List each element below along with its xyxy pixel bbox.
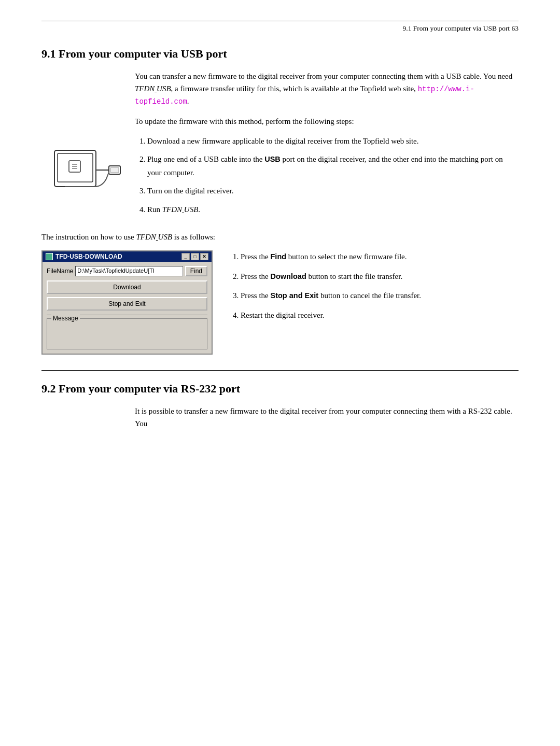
usb-illustration-col — [41, 135, 135, 207]
page-header: 9.1 From your computer via USB port 63 — [41, 21, 519, 33]
list-item: Press the Find button to select the new … — [241, 250, 519, 264]
list-item: Press the Download button to start the f… — [241, 270, 519, 284]
section-91-para2: To update the firmware with this method,… — [135, 115, 519, 128]
maximize-button[interactable]: □ — [191, 253, 199, 260]
stop-exit-button[interactable]: Stop and Exit — [47, 297, 207, 311]
titlebar-app-icon — [46, 253, 53, 260]
tfdn-dialog-window: TFD-USB-DOWNLOAD _ □ ✕ FileName D:\MyTas… — [41, 250, 213, 355]
section-divider — [41, 370, 519, 371]
dialog-ordered-list: Press the Find button to select the new … — [228, 250, 519, 322]
list-item: Restart the digital receiver. — [241, 309, 519, 322]
close-button[interactable]: ✕ — [200, 253, 208, 260]
tfdn-usb-ref: TFDN USB — [135, 85, 171, 93]
dialog-titlebar: TFD-USB-DOWNLOAD _ □ ✕ — [43, 251, 212, 262]
filename-row: FileName D:\MyTask\TopfieldUpdateU[TI Fi… — [47, 266, 207, 276]
dialog-title: TFD-USB-DOWNLOAD — [55, 253, 122, 260]
steps-1-4-list: Download a new firmware applicable to th… — [135, 135, 519, 222]
header-text: 9.1 From your computer via USB port 63 — [403, 24, 519, 32]
download-label: Download — [271, 272, 306, 280]
topfield-url[interactable]: http://www.i-topfield.com — [135, 85, 474, 106]
list-item: Turn on the digital receiver. — [147, 185, 519, 198]
download-button[interactable]: Download — [47, 280, 207, 294]
tfdn-usb-italic: TFDN USB — [136, 233, 172, 241]
filename-value: D:\MyTask\TopfieldUpdateU[TI — [77, 268, 155, 274]
titlebar-left: TFD-USB-DOWNLOAD — [46, 253, 122, 260]
para2-text: To update the firmware with this method,… — [135, 117, 354, 125]
dialog-body: FileName D:\MyTask\TopfieldUpdateU[TI Fi… — [43, 262, 212, 354]
dialog-section: TFD-USB-DOWNLOAD _ □ ✕ FileName D:\MyTas… — [41, 250, 519, 355]
stop-label: Stop and Exit — [271, 291, 319, 300]
svg-rect-8 — [110, 167, 119, 173]
list-item: Download a new firmware applicable to th… — [147, 135, 519, 148]
section-92: 9.2 From your computer via RS-232 port I… — [41, 370, 519, 430]
usb-device-illustration — [49, 140, 127, 207]
section-92-heading: 9.2 From your computer via RS-232 port — [41, 382, 519, 396]
filename-label: FileName — [47, 268, 73, 275]
section-91-para1: You can transfer a new firmware to the d… — [135, 70, 519, 108]
message-label: Message — [51, 315, 80, 322]
minimize-button[interactable]: _ — [181, 253, 190, 260]
message-group: Message — [47, 318, 207, 349]
ordered-list: Download a new firmware applicable to th… — [135, 135, 519, 217]
section-92-para: It is possible to transfer a new firmwar… — [135, 405, 519, 430]
dialog-steps-list: Press the Find button to select the new … — [228, 250, 519, 328]
list-item: Run TFDN USB. — [147, 203, 519, 217]
titlebar-controls[interactable]: _ □ ✕ — [181, 253, 208, 260]
image-steps-section: Download a new firmware applicable to th… — [41, 135, 519, 222]
para1-text: You can transfer a new firmware to the d… — [135, 72, 512, 105]
list-item: Plug one end of a USB cable into the USB… — [147, 153, 519, 179]
filename-input[interactable]: D:\MyTask\TopfieldUpdateU[TI — [75, 266, 183, 276]
svg-rect-1 — [58, 153, 93, 182]
list-item: Press the Stop and Exit button to cancel… — [241, 289, 519, 303]
instruction-line: The instruction on how to use TFDN USB i… — [41, 231, 519, 243]
page: 9.1 From your computer via USB port 63 9… — [0, 0, 560, 746]
find-label: Find — [271, 252, 287, 261]
find-button[interactable]: Find — [185, 266, 207, 276]
section-91-heading: 9.1 From your computer via USB port — [41, 47, 519, 61]
